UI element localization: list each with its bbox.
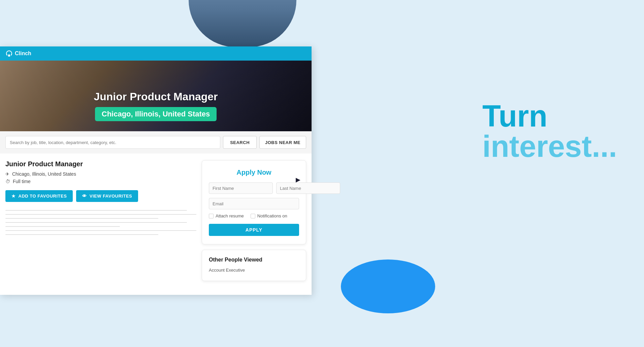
clinch-logo-icon (5, 50, 13, 57)
notifications-label: Notifications on (257, 213, 287, 218)
decorative-person-bg (189, 0, 296, 47)
apply-card: Apply Now ▶ Attach resume Notification (202, 160, 306, 244)
clinch-logo-text: Clinch (15, 50, 31, 57)
notifications-box[interactable] (251, 214, 255, 218)
attach-resume-checkbox[interactable]: Attach resume (209, 213, 244, 218)
other-viewed-card: Other People Viewed Account Executive (202, 250, 306, 281)
other-viewed-title: Other People Viewed (209, 257, 299, 263)
decorative-ellipse (341, 259, 435, 313)
left-column: Junior Product Manager ✈ Chicago, Illino… (5, 160, 196, 288)
jobs-near-button[interactable]: JOBS NEAR ME (259, 136, 306, 149)
star-icon: ★ (11, 194, 16, 199)
tagline-line1: Turn (482, 101, 617, 131)
browser-topbar: Clinch (0, 46, 312, 61)
tagline-area: Turn interest... (482, 101, 617, 162)
browser-window: Clinch Junior Product Manager Chicago, I… (0, 46, 312, 295)
action-buttons: ★ ADD TO FAVOURITES 👁 VIEW FAVOURITES (5, 190, 196, 202)
job-location-item: ✈ Chicago, Illinois, United States (5, 171, 196, 177)
search-button[interactable]: SEARCH (223, 136, 257, 149)
content-line-7 (5, 234, 158, 235)
svg-rect-0 (8, 55, 10, 57)
attach-resume-box[interactable] (209, 214, 214, 218)
clinch-logo: Clinch (5, 50, 31, 57)
hero-location-badge: Chicago, Illinois, United States (95, 107, 217, 121)
search-bar: SEARCH JOBS NEAR ME (0, 131, 312, 153)
hero-content: Junior Product Manager Chicago, Illinois… (0, 91, 312, 121)
content-lines (5, 210, 196, 235)
apply-now-title: Apply Now (209, 169, 299, 176)
form-checkboxes: Attach resume Notifications on (209, 213, 299, 218)
cursor-arrow: ▶ (296, 176, 300, 183)
apply-button[interactable]: APPLY (209, 224, 299, 236)
tagline-line2: interest... (482, 131, 617, 162)
job-type-item: ⏱ Full time (5, 179, 196, 184)
search-input[interactable] (5, 136, 220, 149)
first-name-input[interactable] (209, 182, 273, 194)
content-line-4 (5, 222, 187, 223)
content-line-2 (5, 214, 196, 215)
hero-section: Junior Product Manager Chicago, Illinois… (0, 61, 312, 131)
location-icon: ✈ (5, 171, 9, 177)
content-area: Junior Product Manager ✈ Chicago, Illino… (0, 153, 312, 295)
add-fav-label: ADD TO FAVOURITES (19, 194, 67, 199)
job-title-main: Junior Product Manager (5, 160, 196, 168)
content-line-1 (5, 210, 187, 211)
attach-resume-label: Attach resume (216, 213, 244, 218)
clock-icon: ⏱ (5, 179, 10, 184)
job-meta: ✈ Chicago, Illinois, United States ⏱ Ful… (5, 171, 196, 184)
hero-job-title: Junior Product Manager (0, 91, 312, 103)
content-line-3 (5, 218, 158, 219)
eye-icon: 👁 (82, 194, 87, 199)
content-line-5 (5, 226, 120, 227)
other-viewed-item-1[interactable]: Account Executive (209, 266, 299, 274)
email-input[interactable] (209, 198, 299, 209)
last-name-input[interactable] (276, 182, 340, 194)
add-to-favourites-button[interactable]: ★ ADD TO FAVOURITES (5, 190, 73, 202)
view-fav-label: VIEW FAVOURITES (90, 194, 132, 199)
view-favourites-button[interactable]: 👁 VIEW FAVOURITES (76, 190, 138, 202)
name-form-row (209, 182, 299, 194)
notifications-checkbox[interactable]: Notifications on (251, 213, 287, 218)
content-line-6 (5, 230, 196, 231)
job-type-text: Full time (13, 179, 31, 184)
right-column: Apply Now ▶ Attach resume Notification (202, 160, 306, 288)
job-location-text: Chicago, Illinois, United States (12, 171, 76, 177)
